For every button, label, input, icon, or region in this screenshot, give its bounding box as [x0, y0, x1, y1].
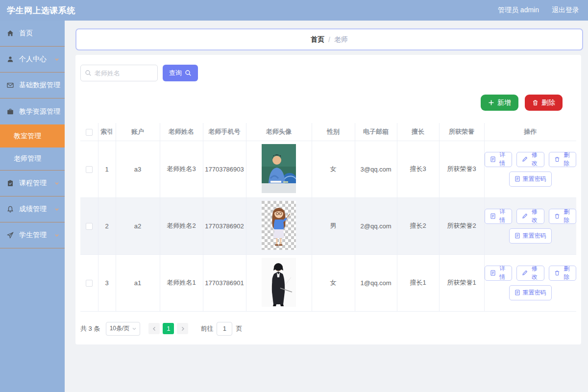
breadcrumb-separator: / — [328, 36, 330, 44]
detail-button[interactable]: 详情 — [485, 209, 513, 224]
plus-icon — [488, 99, 494, 106]
add-button[interactable]: 新增 — [481, 95, 518, 111]
logout-link[interactable]: 退出登录 — [552, 6, 579, 15]
table-row: 3 a1 老师姓名1 17703786901 — [80, 254, 576, 311]
delete-row-button[interactable]: 删除 — [549, 266, 577, 281]
trash-icon — [532, 99, 539, 106]
reset-password-button[interactable]: 重置密码 — [509, 228, 552, 244]
document-icon — [514, 233, 520, 239]
delete-row-button[interactable]: 删除 — [549, 152, 577, 167]
sidebar-item-label: 首页 — [19, 29, 60, 38]
column-header-skill: 擅长 — [397, 123, 439, 141]
cell-email: 1@qq.com — [355, 254, 397, 311]
goto-page-input[interactable] — [217, 322, 232, 336]
edit-button[interactable]: 修改 — [516, 152, 544, 167]
next-page-button[interactable] — [177, 323, 188, 334]
reset-password-button[interactable]: 重置密码 — [509, 285, 552, 300]
pencil-icon — [522, 156, 528, 162]
top-header-bar: 学生网上选课系统 管理员 admin 退出登录 — [0, 0, 588, 21]
cell-name: 老师姓名1 — [160, 254, 203, 311]
chevron-left-icon — [152, 326, 157, 331]
goto-prefix-label: 前往 — [200, 324, 213, 333]
sidebar-item-teaching-resources[interactable]: 教学资源管理 — [0, 98, 65, 124]
reset-password-button[interactable]: 重置密码 — [509, 172, 552, 187]
cell-index: 3 — [98, 254, 116, 311]
sidebar-subitem-classroom-management[interactable]: 教室管理 — [0, 124, 65, 147]
row-checkbox[interactable] — [86, 166, 93, 173]
teacher-avatar-image — [262, 201, 296, 250]
cell-gender: 女 — [312, 141, 355, 197]
trash-icon — [554, 213, 560, 219]
cell-phone: 17703786902 — [203, 197, 246, 254]
cell-gender: 女 — [312, 254, 355, 311]
search-input[interactable] — [95, 70, 153, 77]
sidebar-item-label: 基础数据管理 — [19, 81, 60, 90]
breadcrumb: 首页 / 老师 — [75, 28, 583, 50]
app-title: 学生网上选课系统 — [7, 5, 75, 16]
current-page-button[interactable]: 1 — [163, 323, 174, 334]
search-icon — [185, 70, 192, 76]
chevron-down-icon — [54, 232, 60, 238]
chevron-right-icon — [180, 326, 185, 331]
chevron-down-icon — [54, 206, 60, 212]
column-header-account: 账户 — [116, 123, 160, 141]
cell-account: a2 — [116, 197, 160, 254]
table-row: 2 a2 老师姓名2 17703786902 — [80, 197, 576, 254]
search-row: 查询 — [80, 65, 576, 81]
chevron-down-icon — [132, 326, 137, 331]
bell-icon — [6, 205, 14, 213]
column-header-avatar: 老师头像 — [246, 123, 312, 141]
page-size-select[interactable]: 10条/页 — [106, 322, 140, 336]
search-field-wrapper — [80, 65, 158, 81]
select-all-checkbox[interactable] — [86, 129, 93, 136]
edit-button[interactable]: 修改 — [516, 266, 544, 281]
teachers-table: 索引 账户 老师姓名 老师手机号 老师头像 性别 电子邮箱 擅长 所获荣誉 操作… — [80, 123, 576, 312]
detail-button[interactable]: 详情 — [485, 266, 513, 281]
sidebar-item-home[interactable]: 首页 — [0, 21, 65, 47]
breadcrumb-home-link[interactable]: 首页 — [311, 35, 324, 44]
cell-account: a3 — [116, 141, 160, 197]
sidebar-item-grade-management[interactable]: 成绩管理 — [0, 196, 65, 222]
cell-index: 1 — [98, 141, 116, 197]
sidebar-item-student-management[interactable]: 学生管理 — [0, 222, 65, 248]
prev-page-button[interactable] — [148, 323, 160, 334]
sidebar-item-course-management[interactable]: 课程管理 — [0, 171, 65, 196]
send-icon — [6, 231, 14, 239]
cell-skill: 擅长2 — [397, 197, 439, 254]
sidebar-subitem-label: 老师管理 — [14, 154, 41, 163]
current-user-label: 管理员 admin — [498, 6, 539, 15]
edit-button[interactable]: 修改 — [516, 209, 544, 224]
cell-phone: 17703786901 — [203, 254, 246, 311]
cell-phone: 17703786903 — [203, 141, 246, 197]
document-icon — [514, 176, 520, 182]
cell-skill: 擅长1 — [397, 254, 439, 311]
delete-button[interactable]: 删除 — [525, 95, 563, 111]
table-header-row: 索引 账户 老师姓名 老师手机号 老师头像 性别 电子邮箱 擅长 所获荣誉 操作 — [80, 123, 576, 141]
cell-gender: 男 — [312, 197, 355, 254]
sidebar-item-label: 成绩管理 — [19, 205, 49, 214]
row-checkbox[interactable] — [86, 223, 93, 230]
user-icon — [6, 55, 14, 63]
delete-row-button[interactable]: 删除 — [549, 209, 577, 224]
pagination: 共 3 条 10条/页 1 前往 页 — [80, 322, 576, 336]
document-icon — [490, 156, 496, 162]
column-header-gender: 性别 — [312, 123, 355, 141]
chevron-down-icon — [54, 180, 60, 186]
sidebar-item-personal-center[interactable]: 个人中心 — [0, 47, 65, 73]
chevron-down-icon — [54, 56, 60, 62]
clipboard-icon — [6, 179, 14, 187]
search-button[interactable]: 查询 — [163, 65, 198, 81]
cell-honor: 所获荣誉2 — [439, 197, 484, 254]
search-icon — [85, 70, 92, 76]
sidebar-item-basic-data[interactable]: 基础数据管理 — [0, 73, 65, 98]
column-header-email: 电子邮箱 — [355, 123, 397, 141]
pencil-icon — [522, 270, 528, 276]
cell-email: 3@qq.com — [355, 141, 397, 197]
cell-honor: 所获荣誉1 — [439, 254, 484, 311]
detail-button[interactable]: 详情 — [485, 152, 513, 167]
row-checkbox[interactable] — [86, 280, 93, 287]
column-header-name: 老师姓名 — [160, 123, 203, 141]
content-card: 查询 新增 删除 — [75, 55, 581, 344]
sidebar-subitem-teacher-management[interactable]: 老师管理 — [0, 147, 65, 171]
sidebar-item-label: 课程管理 — [19, 179, 49, 188]
